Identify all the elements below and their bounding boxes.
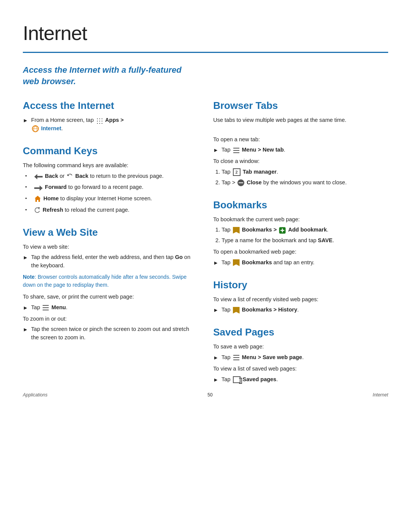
to-zoom: To zoom in or out: bbox=[23, 315, 190, 323]
zoom-arrow: ► Tap the screen twice or pinch the scre… bbox=[23, 325, 190, 342]
access-internet-item: ► From a Home screen, tap Apps > Interne… bbox=[23, 116, 190, 133]
tab-manager-icon: 2 bbox=[233, 168, 241, 176]
menu-icon-save bbox=[233, 355, 240, 360]
command-keys-intro: The following command keys are available… bbox=[23, 161, 190, 170]
bookmarks-icon-2 bbox=[233, 259, 240, 266]
close-tab-step2: Tap > Close by the windows you want to c… bbox=[221, 179, 388, 187]
arrow-icon-8: ► bbox=[213, 354, 218, 362]
saved-pages-icon bbox=[233, 376, 241, 383]
bookmarks-icon-3 bbox=[233, 307, 240, 314]
back-arrow-icon bbox=[34, 174, 43, 179]
command-refresh-item: Refresh to reload the current page. bbox=[23, 206, 190, 214]
back2-icon bbox=[67, 173, 73, 179]
close-tab-list: Tap 2 Tab manager. Tap > Close by the wi… bbox=[213, 168, 388, 187]
command-home-item: Home to display your Internet Home scree… bbox=[23, 195, 190, 203]
menu-icon-share bbox=[42, 305, 49, 310]
command-back-item: Back or Back to return to the previous p… bbox=[23, 172, 190, 181]
view-saved-arrow: ► Tap Saved pages. bbox=[213, 375, 388, 384]
footer-left: Applications bbox=[23, 391, 48, 398]
page-footer: Applications 50 Internet bbox=[23, 391, 388, 398]
to-share: To share, save, or print the current web… bbox=[23, 293, 190, 301]
svg-marker-3 bbox=[35, 196, 41, 202]
right-column: Browser Tabs Use tabs to view multiple w… bbox=[206, 98, 388, 387]
save-page-arrow: ► Tap Menu > Save web page. bbox=[213, 353, 388, 362]
to-bookmark: To bookmark the current web page: bbox=[213, 216, 388, 224]
arrow-icon: ► bbox=[23, 117, 28, 125]
browser-tabs-title: Browser Tabs bbox=[213, 98, 388, 113]
svg-marker-0 bbox=[34, 174, 43, 179]
menu-icon-tab bbox=[233, 148, 240, 153]
bookmarks-title: Bookmarks bbox=[213, 198, 388, 212]
svg-marker-2 bbox=[34, 185, 43, 191]
to-view-saved: To view a list of saved web pages: bbox=[213, 365, 388, 373]
apps-icon bbox=[96, 117, 103, 124]
arrow-icon-6: ► bbox=[213, 259, 218, 267]
to-view-web-site: To view a web site: bbox=[23, 243, 190, 251]
command-forward-item: Forward to go forward to a recent page. bbox=[23, 183, 190, 192]
internet-icon bbox=[32, 125, 39, 132]
left-column: Access the Internet ► From a Home screen… bbox=[23, 98, 206, 387]
add-bookmark-icon bbox=[279, 227, 286, 234]
command-keys-list: Back or Back to return to the previous p… bbox=[23, 172, 190, 214]
view-web-site-arrow: ► Tap the address field, enter the web a… bbox=[23, 253, 190, 270]
to-open-bookmark: To open a bookmarked web page: bbox=[213, 248, 388, 256]
share-arrow: ► Tap Menu. bbox=[23, 304, 190, 312]
close-circle-icon bbox=[237, 179, 244, 186]
history-arrow: ► Tap Bookmarks > History. bbox=[213, 306, 388, 314]
arrow-icon-4: ► bbox=[23, 326, 28, 334]
arrow-icon-2: ► bbox=[23, 254, 28, 262]
view-web-site-title: View a Web Site bbox=[23, 225, 190, 240]
note-text: Note: Browser controls automatically hid… bbox=[23, 273, 190, 289]
bookmark-list: Tap Bookmarks > Add bookmark. Type a nam… bbox=[213, 226, 388, 245]
to-close-tab: To close a window: bbox=[213, 157, 388, 166]
footer-right: Internet bbox=[373, 391, 388, 398]
command-keys-title: Command Keys bbox=[23, 144, 190, 158]
intro-text: Access the Internet with a fully-feature… bbox=[23, 64, 190, 87]
forward-arrow-icon bbox=[34, 185, 43, 190]
open-bookmark-arrow: ► Tap Bookmarks and tap an entry. bbox=[213, 259, 388, 267]
arrow-icon-9: ► bbox=[213, 376, 218, 384]
to-view-history: To view a list of recently visited web p… bbox=[213, 296, 388, 304]
bookmark-step2: Type a name for the bookmark and tap SAV… bbox=[221, 236, 388, 245]
to-save-page: To save a web page: bbox=[213, 343, 388, 351]
bookmarks-icon-1 bbox=[233, 227, 240, 234]
history-title: History bbox=[213, 278, 388, 292]
close-tab-step1: Tap 2 Tab manager. bbox=[221, 168, 388, 176]
to-open-tab: To open a new tab: bbox=[213, 136, 388, 144]
refresh-icon bbox=[34, 207, 40, 213]
arrow-icon-3: ► bbox=[23, 304, 28, 312]
footer-page-number: 50 bbox=[207, 391, 212, 398]
open-tab-arrow: ► Tap Menu > New tab. bbox=[213, 146, 388, 154]
bookmark-step1: Tap Bookmarks > Add bookmark. bbox=[221, 226, 388, 234]
title-rule bbox=[23, 52, 388, 53]
saved-pages-title: Saved Pages bbox=[213, 325, 388, 340]
arrow-icon-5: ► bbox=[213, 146, 218, 154]
browser-tabs-intro: Use tabs to view multiple web pages at t… bbox=[213, 116, 388, 125]
page-title: Internet bbox=[23, 18, 388, 48]
arrow-icon-7: ► bbox=[213, 306, 218, 314]
home-icon bbox=[34, 195, 41, 202]
main-content: Access the Internet ► From a Home screen… bbox=[23, 98, 388, 387]
access-internet-title: Access the Internet bbox=[23, 98, 190, 113]
